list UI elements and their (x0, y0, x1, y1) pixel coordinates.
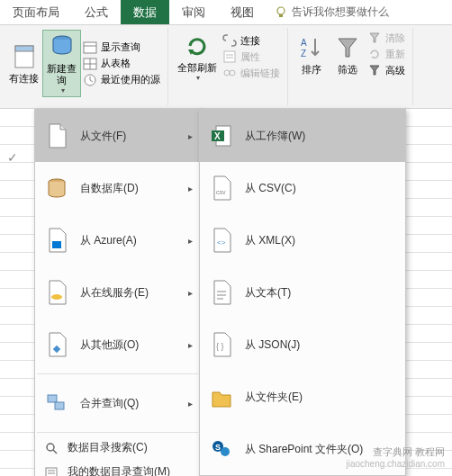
refresh-icon (183, 31, 212, 60)
existing-connections-button[interactable]: 有连接 (5, 30, 42, 97)
tab-data[interactable]: 数据 (121, 0, 169, 24)
json-icon: { } (209, 331, 234, 358)
chevron-down-icon: ▾ (61, 86, 65, 94)
tell-me-search[interactable]: 告诉我你想要做什么 (267, 0, 396, 24)
grid-icon (83, 57, 97, 71)
menu-from-text[interactable]: 从文本(T) (200, 266, 405, 319)
new-query-button[interactable]: 新建查 询 ▾ (42, 30, 81, 97)
watermark: 查字典网 教程网 jiaocheng.chazidian.com (346, 445, 445, 471)
svg-rect-27 (46, 468, 57, 477)
properties-icon (222, 49, 237, 64)
svg-rect-12 (224, 51, 235, 62)
reapply-icon (367, 47, 382, 61)
chevron-right-icon: ▸ (188, 399, 193, 409)
ribbon-group-connections: 全部刷新 ▾ 连接 属性 编辑链接 (168, 28, 288, 105)
svg-rect-23 (48, 395, 57, 402)
clock-icon (83, 73, 97, 87)
menu-separator (37, 373, 198, 374)
svg-text:S: S (215, 443, 221, 452)
menu-separator (37, 432, 198, 433)
svg-point-45 (221, 447, 230, 456)
cloud-icon (44, 279, 69, 306)
database-stack-icon (44, 175, 69, 202)
menu-from-csv[interactable]: csv 从 CSV(C) (200, 162, 405, 214)
from-file-submenu: X 从工作簿(W) csv 从 CSV(C) <> 从 XML(X) 从文本(T… (199, 109, 406, 476)
menu-from-online-services[interactable]: 从在线服务(E) ▸ (35, 266, 200, 319)
menu-from-azure[interactable]: 从 Azure(A) ▸ (35, 214, 200, 266)
menu-from-workbook[interactable]: X 从工作簿(W) (200, 110, 405, 162)
from-table-button[interactable]: 从表格 (81, 56, 162, 72)
tab-review[interactable]: 审阅 (169, 0, 218, 24)
menu-from-other-sources[interactable]: 从其他源(O) ▸ (35, 319, 200, 371)
text-file-icon (209, 279, 234, 306)
svg-rect-20 (52, 241, 61, 248)
properties-button[interactable]: 属性 (221, 49, 282, 65)
menu-my-catalog-queries[interactable]: 我的数据目录查询(M) (35, 460, 200, 476)
advanced-filter-button[interactable]: 高级 (366, 62, 407, 78)
svg-text:<>: <> (217, 238, 226, 247)
search-icon (44, 441, 59, 455)
chevron-right-icon: ▸ (188, 236, 193, 246)
excel-icon: X (209, 122, 234, 149)
tab-view[interactable]: 视图 (218, 0, 267, 24)
chevron-down-icon: ▾ (196, 74, 200, 82)
funnel-icon (333, 33, 362, 62)
menu-combine-queries[interactable]: 合并查询(Q) ▸ (35, 377, 200, 429)
svg-rect-3 (15, 46, 33, 51)
ribbon-group-get-data: 有连接 新建查 询 ▾ 显示查询 从表格 最近使用的源 (0, 28, 168, 105)
new-query-menu: 从文件(F) ▸ 自数据库(D) ▸ 从 Azure(A) ▸ 从在线服务(E)… (34, 109, 201, 476)
svg-text:A: A (301, 38, 307, 48)
file-icon (44, 122, 69, 149)
edit-links-button[interactable]: 编辑链接 (221, 65, 282, 81)
diamond-icon (44, 331, 69, 358)
recent-sources-button[interactable]: 最近使用的源 (81, 72, 162, 88)
svg-text:{ }: { } (216, 342, 224, 351)
advanced-icon (367, 63, 382, 77)
database-icon (10, 42, 39, 71)
chain-icon (222, 66, 237, 80)
menu-from-folder[interactable]: 从文件夹(E) (200, 371, 405, 423)
filter-button[interactable]: 筛选 (330, 30, 366, 78)
refresh-all-button[interactable]: 全部刷新 ▾ (174, 30, 221, 84)
xml-icon: <> (209, 227, 234, 254)
csv-icon: csv (209, 175, 234, 202)
ribbon-tabs: 页面布局 公式 数据 审阅 视图 告诉我你想要做什么 (0, 0, 452, 25)
menu-from-database[interactable]: 自数据库(D) ▸ (35, 162, 200, 214)
connections-button[interactable]: 连接 (221, 32, 282, 49)
sort-button[interactable]: AZ 排序 (294, 30, 330, 78)
svg-rect-5 (84, 42, 96, 53)
reapply-button[interactable]: 重新 (366, 46, 407, 62)
sharepoint-icon: S (209, 436, 234, 463)
folder-icon (209, 383, 234, 410)
ribbon: 有连接 新建查 询 ▾ 显示查询 从表格 最近使用的源 (0, 25, 452, 109)
menu-from-file[interactable]: 从文件(F) ▸ (35, 110, 200, 162)
svg-text:Z: Z (301, 49, 306, 58)
svg-point-15 (224, 70, 230, 76)
link-icon (222, 33, 237, 48)
svg-rect-24 (55, 402, 64, 409)
tab-page-layout[interactable]: 页面布局 (0, 0, 72, 24)
menu-from-xml[interactable]: <> 从 XML(X) (200, 214, 405, 266)
chevron-right-icon: ▸ (188, 131, 193, 141)
svg-point-25 (47, 444, 54, 451)
lightbulb-icon (274, 5, 288, 20)
chevron-right-icon: ▸ (188, 340, 193, 350)
show-queries-button[interactable]: 显示查询 (81, 40, 162, 56)
svg-rect-1 (279, 14, 283, 17)
svg-line-26 (53, 450, 57, 454)
cylinder-db-icon (48, 32, 77, 61)
azure-icon (44, 227, 69, 254)
sort-az-icon: AZ (297, 33, 326, 62)
menu-catalog-search[interactable]: 数据目录搜索(C) (35, 436, 200, 460)
tab-formulas[interactable]: 公式 (72, 0, 121, 24)
checkmark-icon: ✓ (7, 150, 18, 165)
clear-filter-button[interactable]: 清除 (366, 30, 407, 46)
chevron-right-icon: ▸ (188, 288, 193, 298)
menu-from-json[interactable]: { } 从 JSON(J) (200, 319, 405, 371)
table-icon (83, 40, 97, 55)
list-icon (44, 465, 59, 477)
svg-point-21 (51, 294, 62, 300)
svg-point-16 (230, 70, 235, 76)
ribbon-group-sort-filter: AZ 排序 筛选 清除 重新 高级 (288, 28, 413, 105)
tell-me-label: 告诉我你想要做什么 (292, 4, 389, 20)
